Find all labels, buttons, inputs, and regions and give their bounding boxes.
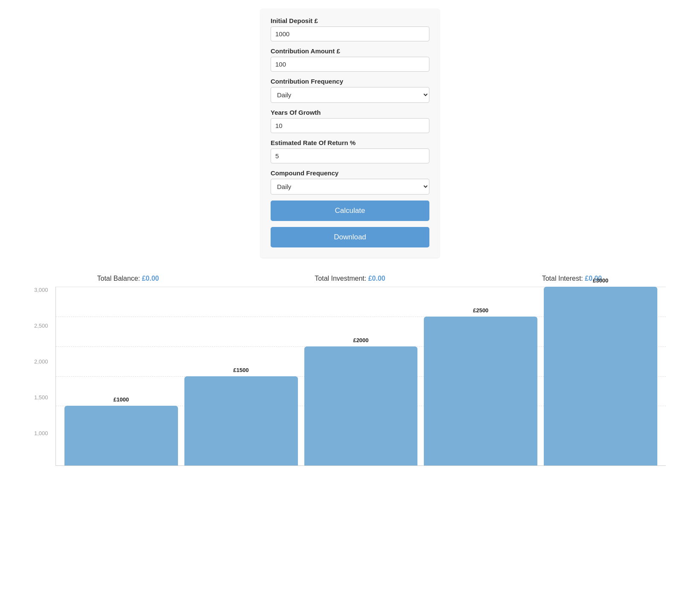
bar-group-5: £3000 [544,287,657,465]
bar-group-3: £2000 [304,287,418,465]
download-button[interactable]: Download [271,227,429,247]
calculate-button[interactable]: Calculate [271,201,429,221]
initial-deposit-group: Initial Deposit £ [271,17,429,41]
total-balance-value: 0.00 [146,275,159,282]
total-interest-label: Total Interest: [542,275,585,282]
bar-label-4: £2500 [473,307,488,314]
total-investment-label: Total Investment: [315,275,368,282]
bar-3: £2000 [304,346,418,465]
bar-label-3: £2000 [353,337,368,343]
estimated-rate-label: Estimated Rate Of Return % [271,139,429,146]
initial-deposit-input[interactable] [271,26,429,41]
bar-label-2: £1500 [233,367,249,373]
chart-area: £1000 £1500 £2000 £2500 [55,287,666,466]
contribution-amount-input[interactable] [271,57,429,72]
estimated-rate-group: Estimated Rate Of Return % [271,139,429,163]
compound-frequency-group: Compound Frequency Daily Weekly Monthly … [271,169,429,195]
contribution-amount-label: Contribution Amount £ [271,47,429,55]
y-label-3000: 3,000 [34,287,51,293]
bar-4: £2500 [424,317,537,465]
contribution-amount-group: Contribution Amount £ [271,47,429,72]
total-investment-prefix: £ [368,275,372,282]
bars-container: £1000 £1500 £2000 £2500 [56,287,666,465]
y-label-1500: 1,500 [34,394,51,401]
estimated-rate-input[interactable] [271,148,429,163]
bar-5: £3000 [544,287,657,465]
bar-2: £1500 [184,376,298,466]
y-label-1000: 1,000 [34,430,51,436]
y-label-2000: 2,000 [34,358,51,365]
total-interest-prefix: £ [585,275,589,282]
chart-section: 1,000 1,500 2,000 2,500 3,000 £1000 [34,287,666,466]
total-balance-item: Total Balance: £0.00 [17,275,239,282]
years-of-growth-group: Years Of Growth [271,109,429,133]
total-investment-item: Total Investment: £0.00 [239,275,461,282]
page-wrapper: Initial Deposit £ Contribution Amount £ … [0,0,700,466]
bar-group-2: £1500 [184,287,298,465]
compound-frequency-select[interactable]: Daily Weekly Monthly Annually [271,179,429,195]
contribution-frequency-group: Contribution Frequency Daily Weekly Mont… [271,78,429,103]
total-balance-label: Total Balance: [97,275,142,282]
total-interest-item: Total Interest: £0.00 [461,275,683,282]
years-of-growth-label: Years Of Growth [271,109,429,116]
bar-label-5: £3000 [593,277,608,284]
bar-group-1: £1000 [64,287,178,465]
compound-frequency-label: Compound Frequency [271,169,429,177]
contribution-frequency-select[interactable]: Daily Weekly Monthly Annually [271,87,429,103]
bar-label-1: £1000 [114,396,129,403]
bar-group-4: £2500 [424,287,537,465]
calculator-form: Initial Deposit £ Contribution Amount £ … [260,9,440,258]
y-label-2500: 2,500 [34,323,51,329]
bar-1: £1000 [64,406,178,465]
initial-deposit-label: Initial Deposit £ [271,17,429,24]
total-investment-value: 0.00 [372,275,385,282]
contribution-frequency-label: Contribution Frequency [271,78,429,85]
years-of-growth-input[interactable] [271,118,429,133]
